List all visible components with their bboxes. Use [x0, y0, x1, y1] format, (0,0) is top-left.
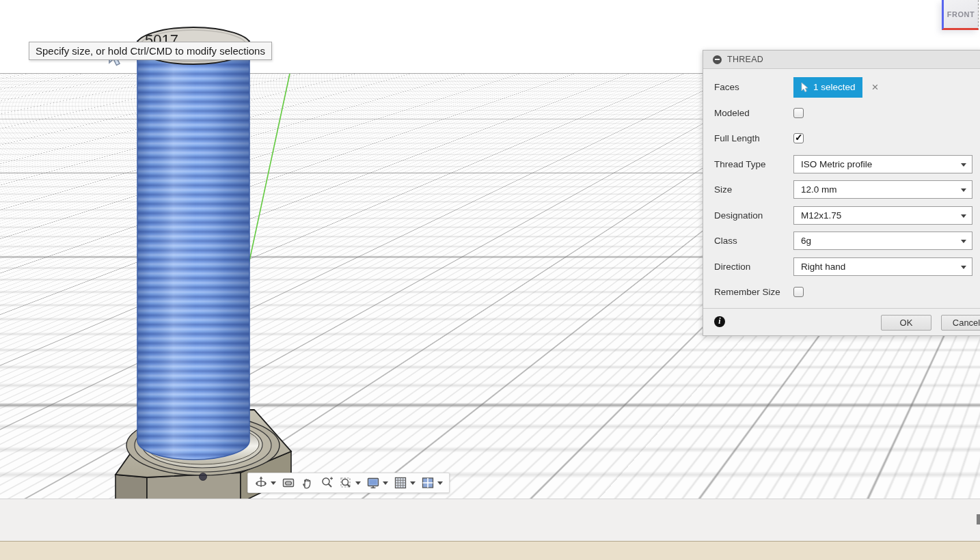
direction-value: Right hand: [801, 262, 845, 272]
class-value: 6g: [801, 236, 811, 246]
modeled-checkbox[interactable]: [793, 108, 804, 118]
viewcube-label: FRONT: [947, 10, 975, 18]
full-length-row: Full Length: [714, 126, 974, 152]
thread-dialog: THREAD Faces 1 selected Modeled Full Len…: [703, 50, 980, 336]
dialog-title: THREAD: [727, 55, 763, 64]
class-label: Class: [714, 236, 793, 246]
fit-dropdown-caret[interactable]: [355, 481, 361, 485]
dialog-grip-icon: [713, 55, 722, 64]
modeled-label: Modeled: [714, 108, 793, 118]
size-dropdown[interactable]: 12.0 mm: [793, 180, 972, 199]
full-length-label: Full Length: [714, 133, 793, 143]
designation-dropdown[interactable]: M12x1.75: [793, 206, 972, 225]
remember-size-checkbox[interactable]: [793, 287, 804, 297]
cancel-button[interactable]: Cancel: [941, 315, 980, 331]
faces-selected-count: 1 selected: [813, 82, 856, 92]
zoom-icon[interactable]: [318, 474, 336, 492]
look-at-icon[interactable]: [280, 474, 297, 492]
display-dropdown-caret[interactable]: [383, 481, 388, 485]
info-icon[interactable]: [714, 316, 725, 327]
viewcube-front-face[interactable]: FRONT: [942, 0, 979, 30]
dialog-title-bar[interactable]: THREAD: [703, 51, 980, 69]
direction-dropdown[interactable]: Right hand: [793, 257, 972, 276]
thread-type-value: ISO Metric profile: [801, 159, 872, 169]
bolt-thread-face-selected[interactable]: [137, 41, 249, 460]
orbit-icon[interactable]: [252, 474, 270, 492]
bolt-model[interactable]: 5017: [96, 17, 314, 499]
designation-row: Designation M12x1.75: [714, 203, 974, 229]
viewports-dropdown-caret[interactable]: [437, 481, 443, 485]
navigation-toolbar: [247, 473, 450, 493]
orbit-dropdown-caret[interactable]: [271, 481, 276, 485]
remember-size-row: Remember Size: [714, 279, 974, 305]
direction-label: Direction: [714, 262, 793, 272]
status-tooltip: Specify size, or hold Ctrl/CMD to modify…: [29, 42, 272, 60]
size-value: 12.0 mm: [801, 184, 837, 195]
class-row: Class 6g: [714, 228, 974, 254]
thread-type-row: Thread Type ISO Metric profile: [714, 152, 974, 178]
fit-icon[interactable]: [337, 474, 355, 492]
grid-and-snaps-icon[interactable]: [392, 474, 409, 492]
thread-type-label: Thread Type: [714, 159, 793, 169]
pan-icon[interactable]: [299, 474, 316, 492]
timeline-strip: [0, 499, 980, 541]
faces-label: Faces: [714, 82, 793, 92]
windows-taskbar: Wyszukaj: [0, 541, 980, 560]
tooltip-text: Specify size, or hold Ctrl/CMD to modify…: [36, 45, 265, 57]
modeled-row: Modeled: [714, 100, 974, 126]
faces-row: Faces 1 selected: [714, 74, 974, 100]
class-dropdown[interactable]: 6g: [793, 232, 972, 250]
ok-button[interactable]: OK: [881, 315, 931, 331]
clear-selection-icon[interactable]: [872, 81, 879, 93]
dialog-footer: OK Cancel: [703, 308, 980, 335]
thread-type-dropdown[interactable]: ISO Metric profile: [793, 155, 972, 173]
grid-dropdown-caret[interactable]: [410, 481, 416, 485]
direction-row: Direction Right hand: [714, 254, 974, 280]
size-row: Size 12.0 mm: [714, 177, 974, 203]
viewports-icon[interactable]: [419, 474, 437, 492]
designation-value: M12x1.75: [801, 210, 841, 221]
designation-label: Designation: [714, 210, 793, 221]
display-settings-icon[interactable]: [364, 474, 382, 492]
full-length-checkbox[interactable]: [793, 133, 804, 143]
panel-edge-mark: [977, 514, 980, 524]
remember-size-label: Remember Size: [714, 287, 793, 297]
origin-point[interactable]: [200, 473, 207, 481]
size-label: Size: [714, 184, 793, 195]
faces-selection-chip[interactable]: 1 selected: [793, 77, 862, 98]
select-cursor-icon: [800, 82, 809, 93]
